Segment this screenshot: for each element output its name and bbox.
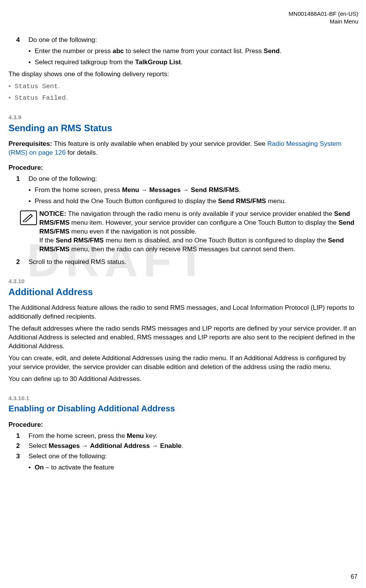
bullet-text: From the home screen, press Menu → Messa… bbox=[35, 186, 358, 195]
page-header: MN001488A01-BF (en-US) Main Menu bbox=[8, 10, 358, 25]
doc-section: Main Menu bbox=[8, 18, 358, 25]
notice-icon bbox=[20, 210, 37, 225]
bullet-text: Enter the number or press abc to select … bbox=[35, 47, 358, 56]
section-title-4310: Additional Address bbox=[8, 286, 358, 298]
bullet-dot: • bbox=[29, 186, 35, 195]
bullet-dot: • bbox=[29, 463, 35, 472]
body-para: You can define up to 30 Additional Addre… bbox=[8, 375, 358, 384]
step-text: Scroll to the required RMS status. bbox=[29, 258, 358, 267]
step-number: 1 bbox=[16, 175, 25, 184]
bullet-dot: • bbox=[29, 47, 35, 56]
body-para: The default addresses where the radio se… bbox=[8, 324, 358, 351]
bullet-text: On – to activate the feature bbox=[35, 463, 358, 472]
section-num-439: 4.3.9 bbox=[8, 114, 358, 121]
step-number: 3 bbox=[16, 452, 25, 461]
bullet-dot: • bbox=[8, 94, 15, 103]
step-text: Select Messages → Additional Address → E… bbox=[29, 442, 358, 451]
step-number: 4 bbox=[16, 36, 25, 45]
bullet-text: Select required talkgroup from the TalkG… bbox=[35, 58, 358, 67]
bullet-dot: • bbox=[29, 197, 35, 206]
step-number: 1 bbox=[16, 432, 25, 441]
body-para: You can create, edit, and delete Additio… bbox=[8, 354, 358, 372]
section-title-439: Sending an RMS Status bbox=[8, 122, 358, 134]
notice-icon-col bbox=[20, 210, 39, 254]
step-text: Select one of the following: bbox=[29, 452, 358, 461]
status-failed: Status Failed. bbox=[15, 94, 67, 103]
bullet-dot: • bbox=[8, 82, 15, 91]
step-text: From the home screen, press the Menu key… bbox=[29, 432, 358, 441]
prerequisites: Prerequisites: This feature is only avai… bbox=[8, 140, 358, 157]
body-para: The Additional Address feature allows th… bbox=[8, 304, 358, 321]
page-number: 67 bbox=[351, 573, 358, 581]
section-num-43101: 4.3.10.1 bbox=[8, 394, 358, 402]
step-number: 2 bbox=[16, 258, 25, 267]
status-sent: Status Sent. bbox=[15, 82, 60, 91]
step-number: 2 bbox=[16, 442, 25, 451]
section-num-4310: 4.3.10 bbox=[8, 277, 358, 285]
procedure-label: Procedure: bbox=[8, 421, 358, 429]
notice-text: NOTICE: The navigation through the radio… bbox=[39, 210, 358, 254]
step-text: Do one of the following: bbox=[29, 175, 358, 184]
bullet-dot: • bbox=[29, 58, 35, 67]
procedure-label: Procedure: bbox=[8, 164, 358, 172]
section-title-43101: Enabling or Disabling Additional Address bbox=[8, 403, 358, 414]
bullet-text: Press and hold the One Touch Button conf… bbox=[35, 197, 358, 206]
doc-id: MN001488A01-BF (en-US) bbox=[8, 10, 358, 18]
step-text: Do one of the following: bbox=[29, 36, 358, 45]
result-intro: The display shows one of the following d… bbox=[8, 70, 358, 79]
